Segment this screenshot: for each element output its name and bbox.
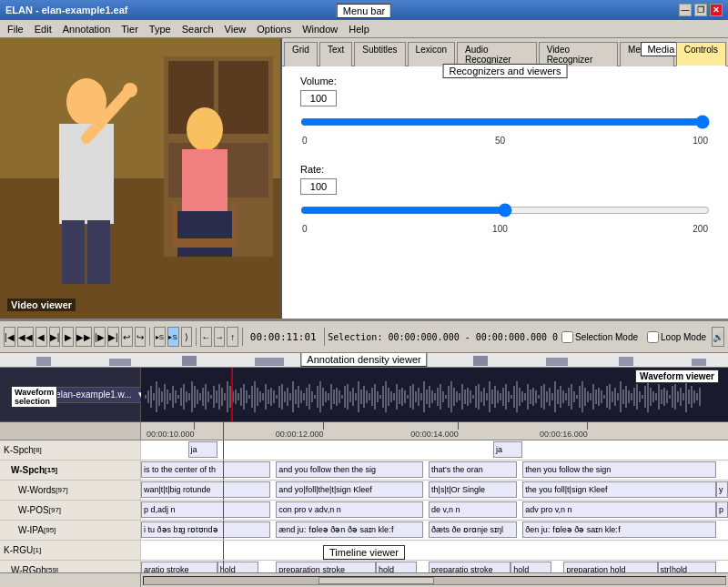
menu-window[interactable]: Window (297, 22, 343, 36)
tab-audio-recognizer[interactable]: Audio Recognizer (457, 42, 537, 66)
tab-text[interactable]: Text (319, 42, 352, 66)
tier-name-wwords: W-Words [97] (0, 481, 141, 500)
rate-scale: 0 100 200 (300, 224, 710, 234)
tab-controls[interactable]: Controls (676, 42, 726, 66)
volume-slider[interactable] (300, 116, 710, 128)
list-item: hold (376, 562, 417, 572)
svg-rect-21 (109, 359, 131, 366)
scrollbar-thumb[interactable] (318, 577, 435, 584)
svg-rect-20 (36, 357, 51, 366)
tiers-container: Timeline viewer K-Spch [8] ja ja W-Spch … (0, 440, 728, 572)
menu-tier[interactable]: Tier (116, 22, 144, 36)
svg-rect-27 (546, 358, 568, 366)
menu-options[interactable]: Options (251, 22, 297, 36)
btn-loop-fwd[interactable]: ↪ (135, 327, 147, 347)
menu-edit[interactable]: Edit (29, 22, 57, 36)
table-row: W-RGph [59] aratio stroke hold preparati… (0, 561, 728, 572)
btn-play[interactable]: ▶ (62, 327, 74, 347)
btn-volume[interactable]: 🔊 (712, 327, 724, 347)
list-item: p d,adj n (141, 501, 270, 518)
title: ELAN - elan-example1.eaf (5, 5, 128, 15)
annotation-density-viewer: Annotation density viewer (0, 353, 728, 368)
tier-ruler: 00:00:10.000 00:00:12.000 00:00:14.000 0… (0, 422, 728, 440)
tier-ruler-times: 00:00:10.000 00:00:12.000 00:00:14.000 0… (141, 422, 728, 440)
tier-name-wipa: W-IPA [95] (0, 521, 141, 540)
volume-value[interactable]: 100 (300, 90, 337, 106)
tier-data-wrgph: aratio stroke hold preparation stroke ho… (141, 561, 728, 572)
rate-label: Rate: (300, 164, 710, 175)
btn-right[interactable]: → (214, 327, 226, 347)
tier-data-krgu (141, 541, 728, 560)
list-item: adv pro v,n n (522, 501, 716, 518)
btn-s3[interactable]: ⟩ (181, 327, 193, 347)
tab-bar: Grid Text Subtitles Lexicon Audio Recogn… (282, 38, 728, 66)
list-item: aratio stroke (141, 562, 217, 572)
tier-name-wrgph: W-RGph [59] (0, 561, 141, 572)
list-item: is to the center of th (141, 461, 270, 478)
tier-data-wspch: is to the center of th and you follow th… (141, 460, 728, 480)
minimize-button[interactable]: — (679, 4, 692, 16)
svg-rect-23 (255, 358, 284, 366)
btn-prev-annot[interactable]: ◀◀ (17, 327, 34, 347)
menu-help[interactable]: Help (343, 22, 375, 36)
list-item: and yo|foll|the|t|sign Kleef (276, 481, 422, 498)
selection-mode-label[interactable]: Selection Mode (561, 331, 638, 343)
tier-cursor (223, 501, 224, 520)
main-content: Video viewer Recognizers and viewers Gri… (0, 38, 728, 587)
list-item: str|hold (658, 562, 717, 572)
scrollbar-track[interactable] (143, 576, 726, 585)
btn-next-frame[interactable]: ▶▶ (76, 327, 92, 347)
scrollbar-left-spacer (0, 573, 141, 587)
tab-subtitles[interactable]: Subtitles (354, 42, 405, 66)
tier-name-kspch: K-Spch [8] (0, 440, 141, 460)
rate-value[interactable]: 100 (300, 178, 337, 195)
timeline-viewer-label: Timeline viewer (323, 545, 405, 560)
tab-video-recognizer[interactable]: Video Recognizer (539, 42, 618, 66)
list-item: that's the oran (429, 461, 517, 478)
selection-mode-checkbox[interactable] (561, 331, 573, 343)
list-item: preparation stroke (276, 562, 376, 572)
list-item: preparation hold (563, 562, 657, 572)
loop-mode-checkbox[interactable] (647, 331, 659, 343)
btn-step-back[interactable]: ◀ (35, 327, 47, 347)
ruler-mark-14: 00:00:14.000 (435, 422, 483, 439)
list-item: ja (493, 441, 522, 458)
restore-button[interactable]: ❐ (694, 4, 707, 16)
sep4 (324, 328, 325, 346)
btn-s2[interactable]: ▸S (167, 327, 179, 347)
btn-go-end[interactable]: ▶| (107, 327, 119, 347)
list-item: con pro v adv,n n (276, 501, 422, 518)
btn-step-fwd[interactable]: |▶ (94, 327, 106, 347)
recognizers-viewers-label: Recognizers and viewers (443, 64, 568, 78)
video-background (0, 38, 280, 319)
btn-up[interactable]: ↑ (227, 327, 238, 347)
btn-left[interactable]: ← (200, 327, 212, 347)
menu-search[interactable]: Search (177, 22, 219, 36)
time-display: 00:00:11:01 (250, 331, 317, 343)
scrollbar-track-area (141, 573, 728, 587)
menu-file[interactable]: File (2, 22, 29, 36)
rate-slider[interactable] (300, 204, 710, 217)
list-item: ja (188, 441, 217, 458)
waveform-area: Waveform selection Waveform viewer (0, 368, 728, 422)
tier-name-wspch: W-Spch [15] (0, 460, 141, 480)
loop-mode-label[interactable]: Loop Mode (647, 331, 706, 343)
tier-data-wwords: wan|t|t|big rotunde and yo|foll|the|t|si… (141, 481, 728, 500)
btn-prev-frame[interactable]: ▶| (49, 327, 61, 347)
btn-s1[interactable]: ▸S (154, 327, 166, 347)
btn-loop-back[interactable]: ↩ (121, 327, 133, 347)
tier-name-wpos: W-POS [97] (0, 501, 141, 520)
menu-type[interactable]: Type (144, 22, 177, 36)
svg-rect-17 (173, 238, 237, 248)
btn-go-start[interactable]: |◀ (4, 327, 15, 347)
menu-annotation[interactable]: Annotation (57, 22, 116, 36)
controls-panel: Volume: 100 0 50 100 (282, 66, 728, 319)
tier-cursor (223, 440, 224, 460)
density-viewer-label: Annotation density viewer (300, 353, 427, 367)
tab-lexicon[interactable]: Lexicon (408, 42, 455, 66)
menu-view[interactable]: View (219, 22, 252, 36)
close-button[interactable]: ✕ (710, 4, 723, 16)
tab-grid[interactable]: Grid (284, 42, 318, 66)
video-content: Video viewer (0, 38, 280, 319)
list-item: ænd juː fɒleə ðən ðə saɪn kleːf (276, 521, 422, 538)
